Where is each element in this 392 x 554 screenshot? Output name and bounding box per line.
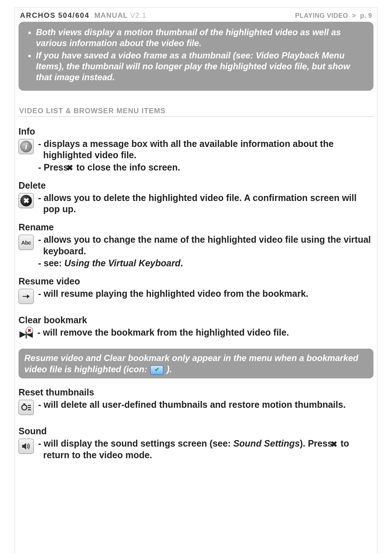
svg-rect-3 bbox=[28, 409, 31, 410]
sound-line-1: - will display the sound settings screen… bbox=[43, 438, 373, 461]
page-header: ARCHOS 504/604 MANUAL V2.1 PLAYING VIDEO… bbox=[19, 11, 373, 22]
bookmark-inline-icon: ✔ bbox=[150, 365, 163, 375]
check-icon: ✔ bbox=[155, 366, 159, 374]
rename-icon: Abc bbox=[19, 235, 34, 250]
clear-bookmark-line-1: - will remove the bookmark from the high… bbox=[42, 327, 289, 338]
delete-circle-glyph: ✖ bbox=[20, 195, 32, 206]
model-number: 504/604 bbox=[58, 11, 89, 19]
page-number: p. 9 bbox=[360, 12, 372, 19]
clear-bookmark-icon: ▶|◀ ✖ bbox=[19, 327, 33, 341]
speaker-icon bbox=[21, 441, 31, 451]
section-name: PLAYING VIDEO bbox=[295, 12, 348, 19]
manual-label: MANUAL bbox=[94, 11, 128, 19]
svg-rect-2 bbox=[28, 407, 31, 408]
resume-lines: - will resume playing the highlighted vi… bbox=[38, 288, 309, 300]
delete-icon: ✖ bbox=[19, 193, 34, 208]
brand-name: ARCHOS bbox=[20, 11, 56, 19]
top-note-bullet-2: If you have saved a video frame as a thu… bbox=[36, 50, 367, 83]
abc-glyph: Abc bbox=[21, 239, 31, 246]
reset-thumbnails-icon bbox=[19, 400, 34, 415]
resume-icon bbox=[19, 289, 34, 304]
resume-block: - will resume playing the highlighted vi… bbox=[19, 288, 373, 304]
bookmark-note-post: ). bbox=[167, 364, 172, 374]
sound-block: - will display the sound settings screen… bbox=[19, 438, 373, 461]
info-line-1: - displays a message box with all the av… bbox=[43, 138, 373, 161]
manual-page: ARCHOS 504/604 MANUAL V2.1 PLAYING VIDEO… bbox=[15, 7, 377, 554]
info-circle-glyph: i bbox=[20, 141, 32, 152]
delete-line-1: - allows you to delete the highlighted v… bbox=[43, 192, 373, 215]
rename-line-2-ital: Using the Virtual Keyboard bbox=[64, 258, 180, 268]
refresh-list-icon bbox=[21, 402, 31, 413]
sound-line-1-ital: Sound Settings bbox=[233, 438, 300, 448]
bookmark-note-box: Resume video and Clear bookmark only app… bbox=[19, 349, 373, 378]
resume-line-1: - will resume playing the highlighted vi… bbox=[43, 288, 309, 299]
top-note-bullet-1: Both views display a motion thumbnail of… bbox=[36, 27, 367, 49]
reset-thumbnails-line-1: - will delete all user-defined thumbnail… bbox=[43, 399, 346, 410]
delete-title: Delete bbox=[19, 180, 373, 191]
reset-thumbnails-block: - will delete all user-defined thumbnail… bbox=[19, 399, 373, 415]
rename-lines: - allows you to change the name of the h… bbox=[38, 234, 373, 270]
info-title: Info bbox=[19, 126, 373, 137]
version-label: V2.1 bbox=[130, 11, 147, 19]
sound-icon bbox=[19, 439, 34, 454]
header-left: ARCHOS 504/604 MANUAL V2.1 bbox=[20, 11, 147, 20]
rename-title: Rename bbox=[19, 222, 373, 233]
sound-title: Sound bbox=[19, 426, 373, 436]
info-icon: i bbox=[19, 139, 34, 154]
clear-bookmark-lines: - will remove the bookmark from the high… bbox=[37, 327, 289, 339]
delete-lines: - allows you to delete the highlighted v… bbox=[38, 192, 373, 216]
section-heading: Video List & Browser Menu Items bbox=[19, 107, 373, 117]
svg-rect-1 bbox=[28, 405, 31, 406]
reset-thumbnails-lines: - will delete all user-defined thumbnail… bbox=[38, 399, 346, 411]
arrow-right-icon bbox=[21, 292, 31, 301]
bookmark-note-pre: Resume video and Clear bookmark only app… bbox=[24, 353, 358, 374]
rename-line-1: - allows you to change the name of the h… bbox=[43, 234, 373, 257]
clear-bookmark-badge-glyph: ✖ bbox=[26, 327, 33, 334]
clear-bookmark-title: Clear bookmark bbox=[19, 315, 373, 325]
delete-block: ✖ - allows you to delete the highlighted… bbox=[19, 192, 373, 216]
svg-point-0 bbox=[22, 405, 27, 410]
info-block: i - displays a message box with all the … bbox=[19, 138, 373, 174]
clear-bookmark-block: ▶|◀ ✖ - will remove the bookmark from th… bbox=[19, 327, 373, 341]
top-note-box: Both views display a motion thumbnail of… bbox=[19, 22, 373, 91]
rename-block: Abc - allows you to change the name of t… bbox=[19, 234, 373, 270]
resume-title: Resume video bbox=[19, 276, 373, 287]
header-right: PLAYING VIDEO > p. 9 bbox=[295, 12, 372, 20]
chevron-icon: > bbox=[352, 12, 356, 19]
info-line-2: - Press ✖ to close the info screen. bbox=[43, 162, 373, 173]
rename-line-2: - see: Using the Virtual Keyboard. bbox=[43, 258, 373, 269]
reset-thumbnails-title: Reset thumbnails bbox=[19, 387, 373, 398]
info-lines: - displays a message box with all the av… bbox=[38, 138, 373, 174]
sound-lines: - will display the sound settings screen… bbox=[38, 438, 373, 461]
